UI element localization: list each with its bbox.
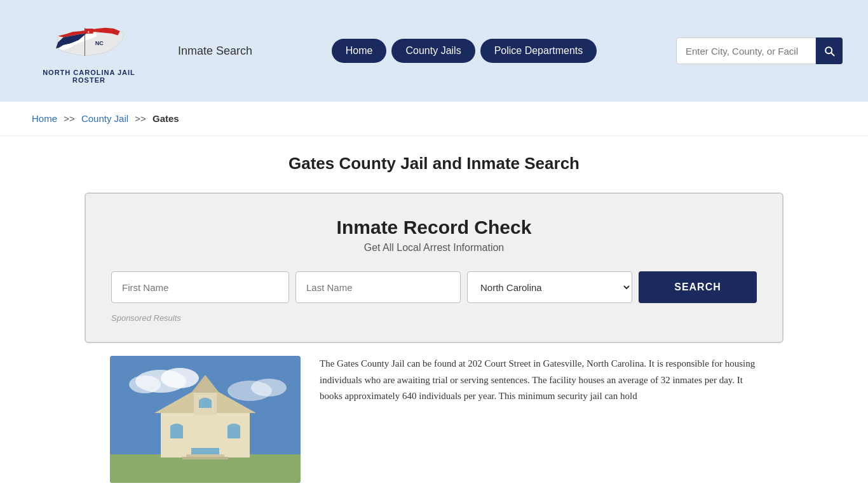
svg-rect-19 [227, 426, 240, 438]
svg-point-7 [161, 368, 199, 388]
svg-rect-18 [170, 426, 183, 438]
record-check-subtitle: Get All Local Arrest Information [111, 242, 757, 254]
inmate-search-label: Inmate Search [178, 44, 252, 58]
jail-image [110, 356, 301, 483]
breadcrumb-county-jail-link[interactable]: County Jail [81, 113, 128, 124]
first-name-input[interactable] [111, 271, 289, 303]
record-check-form: North Carolina Alabama Alaska Arizona Ca… [111, 271, 757, 303]
header-search-area [676, 37, 843, 64]
svg-rect-16 [199, 400, 212, 408]
logo-text: NORTH CAROLINA JAIL ROSTER [25, 69, 153, 84]
header: ★ NC NORTH CAROLINA JAIL ROSTER Inmate S… [0, 0, 868, 102]
bottom-content: The Gates County Jail can be found at 20… [85, 356, 783, 483]
record-check-box: Inmate Record Check Get All Local Arrest… [85, 193, 783, 343]
breadcrumb: Home >> County Jail >> Gates [0, 102, 868, 136]
page-title-area: Gates County Jail and Inmate Search [0, 136, 868, 180]
search-icon [823, 44, 836, 57]
header-search-input[interactable] [676, 37, 816, 64]
sponsored-results-label: Sponsored Results [111, 313, 757, 323]
breadcrumb-sep-1: >> [64, 113, 75, 124]
svg-text:NC: NC [95, 40, 104, 46]
breadcrumb-home-link[interactable]: Home [32, 113, 57, 124]
svg-rect-21 [182, 457, 228, 459]
search-submit-button[interactable]: SEARCH [639, 271, 757, 303]
page-title: Gates County Jail and Inmate Search [25, 154, 843, 173]
home-nav-button[interactable]: Home [332, 39, 387, 63]
record-check-title: Inmate Record Check [111, 217, 757, 238]
svg-point-8 [129, 376, 161, 393]
logo-area: ★ NC NORTH CAROLINA JAIL ROSTER [25, 18, 153, 84]
main-nav: Home County Jails Police Departments [332, 39, 597, 63]
jail-building-illustration [110, 356, 301, 483]
svg-point-10 [251, 379, 287, 396]
county-jails-nav-button[interactable]: County Jails [391, 39, 475, 63]
nc-logo-icon: ★ NC [48, 18, 130, 66]
header-search-button[interactable] [816, 37, 843, 64]
police-departments-nav-button[interactable]: Police Departments [480, 39, 597, 63]
description-text: The Gates County Jail can be found at 20… [320, 356, 758, 405]
state-select[interactable]: North Carolina Alabama Alaska Arizona Ca… [467, 271, 632, 303]
breadcrumb-sep-2: >> [135, 113, 146, 124]
breadcrumb-current: Gates [153, 113, 179, 124]
last-name-input[interactable] [295, 271, 461, 303]
